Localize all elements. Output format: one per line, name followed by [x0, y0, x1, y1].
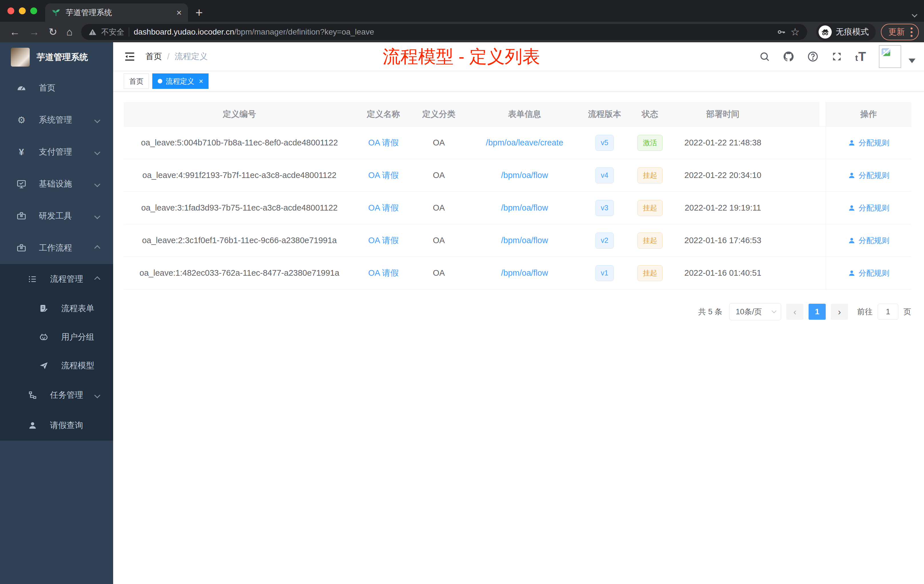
- avatar[interactable]: [879, 45, 901, 68]
- sidebar-item-payment[interactable]: ¥ 支付管理: [0, 136, 113, 168]
- sidebar-item-process-management[interactable]: 流程管理: [0, 264, 113, 294]
- table-row: oa_leave:3:1fad3d93-7b75-11ec-a3c8-acde4…: [124, 192, 911, 224]
- definition-name-link[interactable]: OA 请假: [368, 202, 399, 214]
- browser-tab[interactable]: 芋道管理系统 ×: [45, 3, 188, 22]
- definition-id: oa_leave:5:004b710b-7b8a-11ec-8ef0-acde4…: [124, 127, 355, 159]
- user-icon: [848, 172, 856, 180]
- url-text: dashboard.yudao.iocoder.cn/bpm/manager/d…: [134, 27, 374, 36]
- forward-button[interactable]: →: [25, 26, 44, 38]
- sidebar: 芋道管理系统 首页 ⚙ 系统管理 ¥ 支付管理 基础设施: [0, 42, 113, 584]
- breadcrumb-current: 流程定义: [175, 51, 208, 62]
- form-link[interactable]: /bpm/oa/flow: [501, 171, 548, 180]
- assign-rule-link[interactable]: 分配规则: [848, 203, 889, 213]
- address-bar[interactable]: 不安全 dashboard.yudao.iocoder.cn/bpm/manag…: [81, 24, 807, 40]
- chevron-down-icon: [772, 308, 777, 313]
- minimize-window-button[interactable]: [19, 7, 26, 14]
- assign-rule-link[interactable]: 分配规则: [848, 268, 889, 278]
- breadcrumb: 首页 / 流程定义: [145, 51, 208, 62]
- divider: [129, 27, 129, 36]
- sidebar-collapse-icon[interactable]: [124, 51, 136, 63]
- incognito-icon: [818, 25, 832, 39]
- tab-strip: 芋道管理系统 × +: [0, 0, 924, 22]
- form-edit-icon: [37, 304, 50, 313]
- sidebar-item-task-management[interactable]: 任务管理: [0, 380, 113, 410]
- monitor-icon: [15, 179, 28, 189]
- tags-view: 首页 流程定义 ×: [113, 71, 924, 91]
- current-page-button[interactable]: 1: [808, 304, 826, 320]
- breadcrumb-home[interactable]: 首页: [145, 51, 162, 62]
- version-badge: v3: [596, 200, 614, 216]
- bookmark-star-icon[interactable]: ☆: [790, 26, 800, 38]
- yen-icon: ¥: [15, 147, 28, 157]
- sidebar-item-user-group[interactable]: 用户分组: [0, 323, 113, 351]
- tab-search-chevron-icon[interactable]: [912, 12, 917, 17]
- form-link[interactable]: /bpm/oa/flow: [501, 268, 548, 278]
- definition-id: oa_leave:3:1fad3d93-7b75-11ec-a3c8-acde4…: [124, 192, 355, 224]
- total-count: 共 5 条: [698, 307, 722, 317]
- definition-category: OA: [412, 224, 466, 257]
- browser-chrome: 芋道管理系统 × + ← → ↻ ⌂ 不安全 dashboard.yudao.i…: [0, 0, 924, 42]
- chrome-update-button[interactable]: 更新: [881, 24, 919, 40]
- maximize-window-button[interactable]: [30, 7, 37, 14]
- help-icon[interactable]: [807, 51, 818, 62]
- gear-icon: ⚙: [15, 115, 28, 125]
- form-link[interactable]: /bpm/oa/flow: [501, 236, 548, 245]
- logo-title: 芋道管理系统: [36, 51, 88, 63]
- reload-button[interactable]: ↻: [44, 26, 62, 38]
- status-badge: 挂起: [637, 200, 663, 216]
- form-link[interactable]: /bpm/oa/flow: [501, 203, 548, 213]
- chevron-down-icon: [94, 392, 100, 398]
- goto-page-input[interactable]: 1: [878, 304, 898, 320]
- page-size-select[interactable]: 10条/页: [729, 303, 781, 320]
- definition-name-link[interactable]: OA 请假: [368, 137, 399, 148]
- goto-label: 前往: [857, 307, 873, 317]
- status-badge: 挂起: [637, 167, 663, 183]
- status-badge: 挂起: [637, 233, 663, 249]
- security-warning-icon: [89, 28, 97, 36]
- form-link[interactable]: /bpm/oa/leave/create: [486, 138, 563, 147]
- tab-close-icon[interactable]: ×: [176, 8, 182, 17]
- sidebar-item-workflow[interactable]: 工作流程: [0, 232, 113, 264]
- sidebar-item-process-form[interactable]: 流程表单: [0, 294, 113, 323]
- new-tab-button[interactable]: +: [195, 6, 203, 19]
- tag-close-icon[interactable]: ×: [199, 77, 203, 86]
- sidebar-item-dev-tools[interactable]: 研发工具: [0, 200, 113, 232]
- sidebar-item-system[interactable]: ⚙ 系统管理: [0, 104, 113, 136]
- broken-image-icon: [881, 47, 891, 58]
- home-button[interactable]: ⌂: [62, 26, 77, 38]
- chevron-up-icon: [94, 245, 100, 251]
- assign-rule-link[interactable]: 分配规则: [848, 236, 889, 246]
- user-icon: [848, 204, 856, 212]
- chevron-down-icon: [94, 117, 100, 123]
- prev-page-button[interactable]: ‹: [786, 304, 804, 320]
- next-page-button[interactable]: ›: [831, 304, 848, 320]
- pagination: 共 5 条 10条/页 ‹ 1 › 前往 1 页: [124, 303, 911, 320]
- back-button[interactable]: ←: [5, 26, 25, 38]
- definition-name-link[interactable]: OA 请假: [368, 170, 399, 181]
- password-key-icon[interactable]: [777, 27, 786, 36]
- tag-home[interactable]: 首页: [124, 73, 149, 89]
- definition-name-link[interactable]: OA 请假: [368, 235, 399, 246]
- sidebar-item-infrastructure[interactable]: 基础设施: [0, 168, 113, 200]
- version-badge: v2: [596, 233, 614, 249]
- sidebar-item-process-model[interactable]: 流程模型: [0, 351, 113, 380]
- assign-rule-link[interactable]: 分配规则: [848, 170, 889, 181]
- user-icon: [848, 269, 856, 277]
- list-tree-icon: [26, 274, 39, 284]
- github-icon[interactable]: [782, 51, 795, 63]
- definition-table: 定义编号 定义名称 定义分类 表单信息 流程版本 状态 部署时间 操作 oa_l…: [124, 102, 911, 289]
- page-unit-label: 页: [903, 307, 911, 317]
- font-size-icon[interactable]: tT: [855, 49, 866, 64]
- sidebar-item-home[interactable]: 首页: [0, 72, 113, 104]
- definition-name-link[interactable]: OA 请假: [368, 267, 399, 279]
- tag-process-definition[interactable]: 流程定义 ×: [152, 73, 209, 89]
- browser-menu-icon[interactable]: [911, 27, 916, 37]
- assign-rule-link[interactable]: 分配规则: [848, 138, 889, 148]
- update-label: 更新: [888, 26, 905, 38]
- definition-category: OA: [412, 257, 466, 289]
- search-icon[interactable]: [759, 51, 770, 62]
- fullscreen-icon[interactable]: [831, 51, 843, 62]
- close-window-button[interactable]: [7, 7, 14, 14]
- sidebar-item-leave-query[interactable]: 请假查询: [0, 410, 113, 440]
- avatar-caret-down-icon[interactable]: [909, 59, 916, 63]
